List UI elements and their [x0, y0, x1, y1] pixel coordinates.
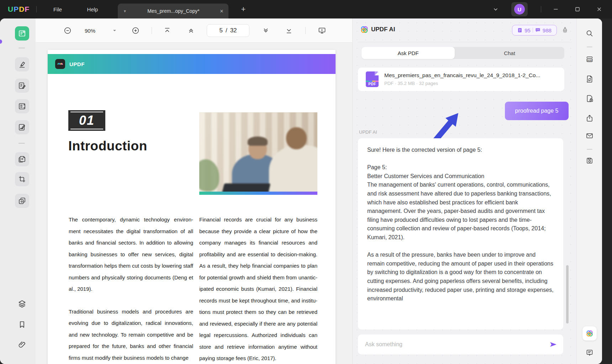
- titlebar-divider-2: [541, 6, 541, 12]
- edit-page-icon: [18, 81, 26, 90]
- zoom-in-button[interactable]: [130, 25, 141, 36]
- ai-header-divider: [358, 42, 572, 42]
- sidebar-item-reader[interactable]: [15, 26, 29, 41]
- minimize-button[interactable]: [550, 0, 562, 18]
- next-page-button[interactable]: [260, 25, 271, 36]
- tab-close-icon[interactable]: ✕: [215, 9, 228, 14]
- fill-sign-icon: [18, 123, 26, 132]
- page-total: 32: [230, 27, 237, 34]
- zoom-level: 90%: [85, 25, 95, 36]
- clear-conversation-icon[interactable]: [561, 26, 569, 34]
- photo-gradient-bar: [199, 192, 317, 195]
- search-icon[interactable]: [585, 29, 594, 38]
- ocr-icon[interactable]: OCR: [585, 55, 594, 64]
- pdf-right-column: Financial records are crucial for any bu…: [199, 214, 317, 364]
- document-tab[interactable]: ▼ Mes_prem...opy_Copy* ✕: [118, 4, 228, 18]
- tab-ask-pdf[interactable]: Ask PDF: [362, 47, 455, 59]
- file-meta: PDF · 35.2 MB · 32 pages: [384, 81, 438, 86]
- file-name: Mes_premiers_pas_en_francais_revu_le_24_…: [384, 72, 559, 79]
- sidebar-item-screenshot[interactable]: [15, 194, 29, 208]
- right-toolbar: OCR: [576, 18, 602, 364]
- zoom-out-button[interactable]: [62, 25, 73, 36]
- pdf-paragraph: Traditional business models and procedur…: [69, 306, 193, 364]
- page-current: 5: [219, 27, 222, 34]
- titlebar: UPDF File Help ▼ Mes_prem...opy_Copy* ✕ …: [0, 0, 612, 18]
- chapter-number-box: 01: [68, 110, 105, 131]
- assistant-label: UPDF AI: [359, 129, 377, 135]
- assistant-message: Sure! Here is the corrected version of p…: [367, 146, 554, 303]
- credits-divider: [533, 28, 533, 33]
- toolbar-divider: [152, 27, 152, 34]
- feedback-icon[interactable]: [585, 348, 594, 357]
- convert-document-icon[interactable]: [585, 75, 594, 83]
- right-toolbar-divider: [587, 47, 592, 47]
- ai-panel-scrollbar[interactable]: [566, 265, 569, 323]
- new-tab-button[interactable]: +: [236, 0, 250, 18]
- sidebar-item-attachment[interactable]: [15, 338, 29, 352]
- left-sidebar: [0, 18, 36, 364]
- sidebar-item-organize-pages[interactable]: [15, 99, 29, 113]
- save-icon[interactable]: [585, 156, 594, 165]
- sidebar-item-edit-pdf[interactable]: [15, 79, 29, 93]
- app-content: 90% 5 / 32: [0, 18, 602, 364]
- ai-credits-badge[interactable]: 95 988: [512, 25, 557, 36]
- pdf-paragraph: Financial records are crucial for any bu…: [199, 214, 317, 364]
- page-brand: UPDF: [69, 61, 85, 67]
- first-page-button[interactable]: [162, 25, 173, 36]
- sidebar-divider: [19, 48, 25, 48]
- menu-help[interactable]: Help: [81, 0, 104, 18]
- titlebar-divider: [36, 6, 37, 12]
- app-logo: UPDF: [8, 0, 30, 18]
- assistant-message-card: Sure! Here is the corrected version of p…: [358, 138, 563, 330]
- updf-ai-logo-icon: [360, 25, 369, 34]
- assistant-dot: [0, 39, 2, 44]
- ai-panel-title: UPDF AI: [371, 26, 395, 33]
- ask-input[interactable]: [365, 334, 543, 354]
- chapter-title: Introduction: [68, 139, 147, 154]
- presentation-button[interactable]: [316, 25, 328, 36]
- page-separator: /: [226, 27, 227, 34]
- sidebar-item-comment[interactable]: [15, 57, 29, 71]
- user-message-bubble: proofread page 5: [505, 102, 569, 120]
- previous-page-button[interactable]: [185, 25, 197, 36]
- reader-icon: [18, 29, 26, 38]
- send-button[interactable]: [549, 340, 558, 349]
- sidebar-item-crop[interactable]: [15, 172, 29, 186]
- email-icon[interactable]: [585, 132, 594, 140]
- maximize-button[interactable]: [571, 0, 584, 18]
- last-page-button[interactable]: [283, 25, 295, 36]
- avatar: U: [514, 4, 525, 15]
- sidebar-item-fill-sign[interactable]: [15, 120, 29, 134]
- zoom-dropdown-icon[interactable]: [109, 25, 120, 36]
- sidebar-item-bookmark[interactable]: [15, 317, 29, 332]
- updf-ai-shortcut[interactable]: [582, 326, 597, 341]
- document-permission-icon[interactable]: [585, 94, 594, 103]
- tab-dropdown-icon[interactable]: ▼: [118, 9, 132, 13]
- sidebar-item-layers[interactable]: [15, 297, 29, 311]
- tab-title: Mes_prem...opy_Copy*: [132, 8, 215, 14]
- document-canvas[interactable]: UPDF 01 Introduction The contemporary, d…: [36, 43, 352, 364]
- close-window-button[interactable]: [593, 0, 605, 18]
- titlebar-chevron-down-icon[interactable]: [490, 0, 502, 18]
- toolbar-divider-2: [305, 27, 306, 34]
- pdf-page: UPDF 01 Introduction The contemporary, d…: [48, 50, 336, 364]
- highlighter-icon: [18, 60, 26, 69]
- menu-file[interactable]: File: [46, 0, 69, 18]
- share-icon[interactable]: [585, 114, 594, 123]
- tab-chat[interactable]: Chat: [455, 47, 564, 59]
- svg-text:OCR: OCR: [587, 59, 592, 61]
- file-card[interactable]: PDF Mes_premiers_pas_en_francais_revu_le…: [358, 68, 564, 91]
- organize-pages-icon: [18, 102, 26, 111]
- view-toolbar: 90% 5 / 32: [36, 18, 352, 43]
- page-number-box[interactable]: 5 / 32: [207, 24, 249, 37]
- layers-icon: [17, 299, 27, 309]
- account-button[interactable]: U: [511, 2, 528, 16]
- updf-ai-panel: UPDF AI 95 988 Ask PDF Chat PDF: [352, 18, 576, 364]
- pdf-credit-count: 95: [524, 27, 531, 33]
- document-photo: [199, 112, 317, 195]
- chapter-number: 01: [79, 113, 95, 128]
- sidebar-item-batch[interactable]: [15, 152, 29, 166]
- updf-logo-chip: [55, 59, 65, 69]
- pdf-left-column: The contemporary, dynamic technology env…: [69, 214, 193, 364]
- pdf-file-icon: PDF: [366, 71, 379, 87]
